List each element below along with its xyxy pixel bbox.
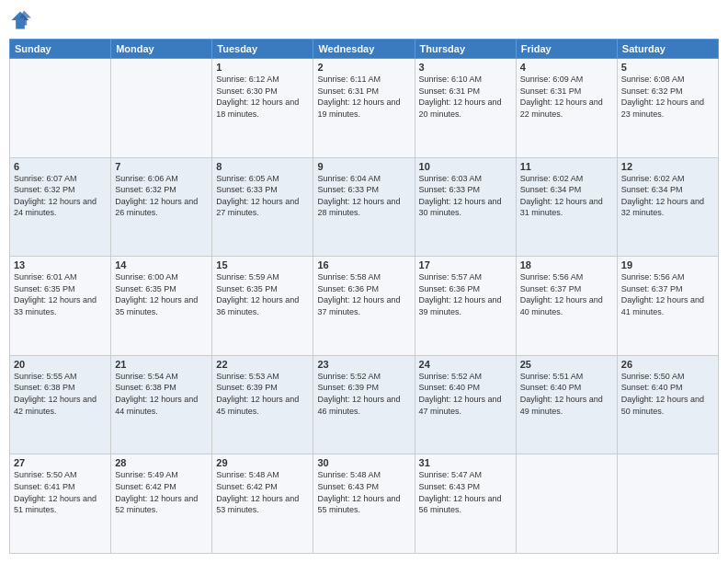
col-monday: Monday — [111, 40, 212, 59]
table-row: 15Sunrise: 5:59 AMSunset: 6:35 PMDayligh… — [212, 257, 313, 356]
table-row — [10, 59, 111, 158]
table-row: 23Sunrise: 5:52 AMSunset: 6:39 PMDayligh… — [313, 355, 415, 454]
day-number: 22 — [216, 359, 309, 370]
table-row: 3Sunrise: 6:10 AMSunset: 6:31 PMDaylight… — [415, 59, 516, 158]
day-info: Sunrise: 6:12 AMSunset: 6:30 PMDaylight:… — [216, 74, 309, 120]
day-info: Sunrise: 5:50 AMSunset: 6:41 PMDaylight:… — [14, 469, 107, 515]
table-row — [111, 59, 212, 158]
table-row: 2Sunrise: 6:11 AMSunset: 6:31 PMDaylight… — [313, 59, 415, 158]
calendar-week-row: 6Sunrise: 6:07 AMSunset: 6:32 PMDaylight… — [10, 157, 719, 257]
table-row: 19Sunrise: 5:56 AMSunset: 6:37 PMDayligh… — [617, 257, 718, 356]
day-number: 3 — [419, 62, 512, 73]
day-info: Sunrise: 6:07 AMSunset: 6:32 PMDaylight:… — [14, 173, 107, 219]
table-row: 21Sunrise: 5:54 AMSunset: 6:38 PMDayligh… — [111, 355, 212, 454]
table-row: 28Sunrise: 5:49 AMSunset: 6:42 PMDayligh… — [111, 454, 212, 554]
day-info: Sunrise: 6:05 AMSunset: 6:33 PMDaylight:… — [216, 173, 309, 219]
day-info: Sunrise: 5:53 AMSunset: 6:39 PMDaylight:… — [216, 371, 309, 417]
table-row — [617, 454, 718, 554]
day-info: Sunrise: 6:06 AMSunset: 6:32 PMDaylight:… — [115, 173, 208, 219]
header — [9, 9, 719, 31]
day-number: 30 — [317, 457, 410, 468]
day-info: Sunrise: 6:00 AMSunset: 6:35 PMDaylight:… — [115, 271, 208, 317]
day-number: 24 — [419, 359, 512, 370]
day-number: 5 — [621, 62, 714, 73]
calendar-header-row: Sunday Monday Tuesday Wednesday Thursday… — [10, 40, 719, 59]
table-row: 12Sunrise: 6:02 AMSunset: 6:34 PMDayligh… — [617, 157, 718, 257]
day-number: 7 — [115, 161, 208, 172]
day-number: 13 — [14, 259, 107, 270]
table-row: 7Sunrise: 6:06 AMSunset: 6:32 PMDaylight… — [111, 157, 212, 257]
day-info: Sunrise: 6:08 AMSunset: 6:32 PMDaylight:… — [621, 74, 714, 120]
table-row: 10Sunrise: 6:03 AMSunset: 6:33 PMDayligh… — [415, 157, 516, 257]
day-info: Sunrise: 5:56 AMSunset: 6:37 PMDaylight:… — [520, 271, 613, 317]
day-info: Sunrise: 6:09 AMSunset: 6:31 PMDaylight:… — [520, 74, 613, 120]
day-number: 9 — [317, 161, 410, 172]
day-number: 17 — [419, 259, 512, 270]
day-number: 31 — [419, 457, 512, 468]
day-info: Sunrise: 5:57 AMSunset: 6:36 PMDaylight:… — [419, 271, 512, 317]
day-number: 14 — [115, 259, 208, 270]
page: Sunday Monday Tuesday Wednesday Thursday… — [0, 0, 728, 563]
day-number: 20 — [14, 359, 107, 370]
day-number: 8 — [216, 161, 309, 172]
day-number: 21 — [115, 359, 208, 370]
calendar-week-row: 1Sunrise: 6:12 AMSunset: 6:30 PMDaylight… — [10, 59, 719, 158]
table-row: 8Sunrise: 6:05 AMSunset: 6:33 PMDaylight… — [212, 157, 313, 257]
calendar-week-row: 20Sunrise: 5:55 AMSunset: 6:38 PMDayligh… — [10, 355, 719, 454]
calendar-table: Sunday Monday Tuesday Wednesday Thursday… — [9, 39, 719, 554]
logo — [9, 9, 33, 31]
day-number: 12 — [621, 161, 714, 172]
col-thursday: Thursday — [415, 40, 516, 59]
day-number: 28 — [115, 457, 208, 468]
table-row: 5Sunrise: 6:08 AMSunset: 6:32 PMDaylight… — [617, 59, 718, 158]
day-number: 19 — [621, 259, 714, 270]
table-row: 20Sunrise: 5:55 AMSunset: 6:38 PMDayligh… — [10, 355, 111, 454]
day-info: Sunrise: 5:52 AMSunset: 6:40 PMDaylight:… — [419, 371, 512, 417]
table-row: 29Sunrise: 5:48 AMSunset: 6:42 PMDayligh… — [212, 454, 313, 554]
table-row — [516, 454, 617, 554]
table-row: 22Sunrise: 5:53 AMSunset: 6:39 PMDayligh… — [212, 355, 313, 454]
table-row: 17Sunrise: 5:57 AMSunset: 6:36 PMDayligh… — [415, 257, 516, 356]
day-info: Sunrise: 6:01 AMSunset: 6:35 PMDaylight:… — [14, 271, 107, 317]
table-row: 4Sunrise: 6:09 AMSunset: 6:31 PMDaylight… — [516, 59, 617, 158]
day-info: Sunrise: 6:11 AMSunset: 6:31 PMDaylight:… — [317, 74, 410, 120]
day-info: Sunrise: 6:10 AMSunset: 6:31 PMDaylight:… — [419, 74, 512, 120]
day-number: 16 — [317, 259, 410, 270]
calendar-week-row: 13Sunrise: 6:01 AMSunset: 6:35 PMDayligh… — [10, 257, 719, 356]
day-info: Sunrise: 6:02 AMSunset: 6:34 PMDaylight:… — [621, 173, 714, 219]
day-number: 18 — [520, 259, 613, 270]
table-row: 27Sunrise: 5:50 AMSunset: 6:41 PMDayligh… — [10, 454, 111, 554]
day-number: 4 — [520, 62, 613, 73]
col-saturday: Saturday — [617, 40, 718, 59]
day-number: 29 — [216, 457, 309, 468]
col-friday: Friday — [516, 40, 617, 59]
day-info: Sunrise: 5:48 AMSunset: 6:43 PMDaylight:… — [317, 469, 410, 515]
col-sunday: Sunday — [10, 40, 111, 59]
day-number: 2 — [317, 62, 410, 73]
day-number: 23 — [317, 359, 410, 370]
day-info: Sunrise: 5:56 AMSunset: 6:37 PMDaylight:… — [621, 271, 714, 317]
day-number: 25 — [520, 359, 613, 370]
day-number: 1 — [216, 62, 309, 73]
day-number: 26 — [621, 359, 714, 370]
day-number: 11 — [520, 161, 613, 172]
day-number: 6 — [14, 161, 107, 172]
day-info: Sunrise: 5:50 AMSunset: 6:40 PMDaylight:… — [621, 371, 714, 417]
day-info: Sunrise: 5:49 AMSunset: 6:42 PMDaylight:… — [115, 469, 208, 515]
table-row: 24Sunrise: 5:52 AMSunset: 6:40 PMDayligh… — [415, 355, 516, 454]
day-info: Sunrise: 5:52 AMSunset: 6:39 PMDaylight:… — [317, 371, 410, 417]
col-wednesday: Wednesday — [313, 40, 415, 59]
table-row: 14Sunrise: 6:00 AMSunset: 6:35 PMDayligh… — [111, 257, 212, 356]
table-row: 1Sunrise: 6:12 AMSunset: 6:30 PMDaylight… — [212, 59, 313, 158]
logo-icon — [9, 9, 31, 31]
table-row: 18Sunrise: 5:56 AMSunset: 6:37 PMDayligh… — [516, 257, 617, 356]
day-info: Sunrise: 5:54 AMSunset: 6:38 PMDaylight:… — [115, 371, 208, 417]
day-info: Sunrise: 5:59 AMSunset: 6:35 PMDaylight:… — [216, 271, 309, 317]
table-row: 30Sunrise: 5:48 AMSunset: 6:43 PMDayligh… — [313, 454, 415, 554]
day-info: Sunrise: 5:48 AMSunset: 6:42 PMDaylight:… — [216, 469, 309, 515]
day-info: Sunrise: 6:02 AMSunset: 6:34 PMDaylight:… — [520, 173, 613, 219]
table-row: 25Sunrise: 5:51 AMSunset: 6:40 PMDayligh… — [516, 355, 617, 454]
table-row: 9Sunrise: 6:04 AMSunset: 6:33 PMDaylight… — [313, 157, 415, 257]
col-tuesday: Tuesday — [212, 40, 313, 59]
day-info: Sunrise: 5:55 AMSunset: 6:38 PMDaylight:… — [14, 371, 107, 417]
